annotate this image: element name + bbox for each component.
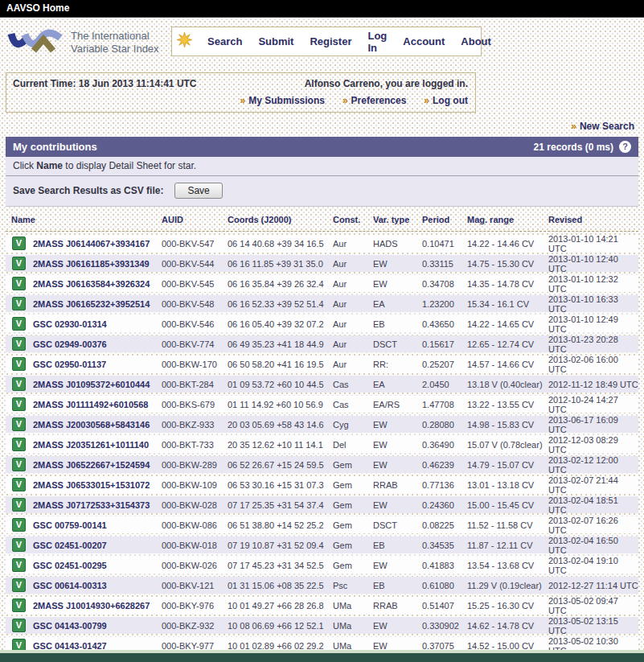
var-type-cell: EW [373,440,422,450]
period-cell: 0.43650 [422,319,467,329]
nav-item-register[interactable]: Register [301,35,359,47]
hint-suffix: to display Detail Sheet for star. [63,160,196,171]
star-name-link[interactable]: GSC 02451-00295 [33,561,162,570]
star-name-link[interactable]: GSC 00614-00313 [33,581,162,590]
star-name-link[interactable]: GSC 02451-00207 [33,541,162,550]
var-type-cell: EW [373,460,422,470]
mag-range-cell: 14.22 - 14.65 CV [467,319,548,329]
revised-cell: 2013-02-04 16:50 UTC [548,536,638,555]
period-cell: 2.0450 [422,380,467,389]
save-csv-button[interactable]: Save [174,183,222,199]
table-row: VGSC 02930-01314000-BKV-54606 16 05.40 +… [6,315,638,332]
var-type-cell: DSCT [373,339,422,349]
variable-flag-icon: V [12,277,26,290]
table-row: V2MASS J01111492+6010568000-BKS-67901 11… [6,396,638,413]
star-name-link[interactable]: 2MASS J01111492+6010568 [33,400,162,409]
period-cell: 0.34708 [422,279,467,289]
revised-cell: 2012-10-24 14:27 UTC [548,395,638,414]
auid-cell: 000-BKW-109 [162,480,228,490]
user-link-preferences[interactable]: »Preferences [343,95,406,106]
var-type-cell: EA [373,380,422,389]
nav-item-search[interactable]: Search [199,35,250,47]
table-row: V2MASS J06522667+1524594000-BKW-28906 52… [6,456,638,473]
mag-range-cell: 13.01 - 13.18 CV [467,480,548,490]
help-icon[interactable]: ? [619,141,631,153]
revised-cell: 2013-01-10 12:32 UTC [548,274,638,294]
user-link-my-submissions[interactable]: »My Submissions [240,95,325,106]
table-row: V2MASS J06165232+3952514000-BKV-54806 16… [6,295,638,312]
table-row: V2MASS J20030568+5843146000-BKZ-93320 03… [6,416,638,433]
revised-cell: 2013-06-17 16:09 UTC [548,415,638,434]
auid-cell: 000-BKT-733 [162,440,228,450]
period-cell: 1.23200 [422,299,467,309]
table-row: VGSC 00759-00141000-BKW-08606 51 38.80 +… [6,516,638,533]
star-name-link[interactable]: 2MASS J20351261+1011140 [33,440,162,450]
auid-cell: 000-BKT-284 [162,380,228,389]
variable-flag-icon: V [12,538,26,552]
star-name-link[interactable]: GSC 04143-01427 [33,641,162,651]
star-name-link[interactable]: 2MASS J06161185+3931349 [33,259,162,269]
var-type-cell: DSCT [373,520,422,530]
star-name-link[interactable]: 2MASS J20030568+5843146 [33,420,162,430]
auid-cell: 000-BKV-547 [162,239,228,249]
variable-flag-icon: V [12,417,26,431]
star-name-link[interactable]: GSC 04143-00799 [33,621,162,631]
star-name-link[interactable]: 2MASS J06165232+3952514 [33,299,162,309]
chevron-icon: » [424,95,429,106]
coords-cell: 06 16 05.40 +39 32 07.2 [228,319,333,329]
nav-item-submit[interactable]: Submit [250,35,301,47]
variable-flag-icon: V [12,619,26,632]
period-cell: 0.33115 [422,259,467,269]
star-name-link[interactable]: 2MASS J06163584+3926324 [33,279,162,289]
constellation-cell: Aur [333,299,373,309]
mag-range-cell: 15.00 - 15.45 CV [467,500,548,510]
vsx-logo-icon[interactable] [6,27,64,58]
star-name-link[interactable]: 2MASS J06144067+3934167 [33,239,162,249]
new-search-row: »New Search [0,113,644,137]
constellation-cell: Cyg [333,420,373,430]
constellation-cell: UMa [333,641,373,651]
variable-flag-icon: V [12,558,26,572]
var-type-cell: EB [373,581,422,590]
var-type-cell: EA/RS [373,400,422,409]
star-name-link[interactable]: GSC 00759-00141 [33,520,162,530]
star-burst-icon [176,31,193,51]
star-name-link[interactable]: GSC 02949-00376 [33,339,162,349]
constellation-cell: Gem [333,480,373,490]
results-panel: My contributions 21 records (0 ms) ? Cli… [6,137,638,654]
star-name-link[interactable]: 2MASS J10014930+6628267 [33,601,162,611]
coords-cell: 06 16 35.84 +39 26 32.4 [228,279,333,289]
star-name-link[interactable]: GSC 02930-01314 [33,319,162,329]
mag-range-cell: 11.52 - 11.58 CV [467,520,548,530]
results-table-body: V2MASS J06144067+3934167000-BKV-54706 14… [6,235,638,654]
revised-cell: 2012-11-12 18:49 UTC [548,380,638,389]
auid-cell: 000-BKZ-932 [162,621,228,631]
var-type-cell: RR: [373,360,422,369]
star-name-link[interactable]: 2MASS J01095372+6010444 [33,380,162,389]
nav-item-about[interactable]: About [453,35,499,47]
star-name-link[interactable]: 2MASS J06522667+1524594 [33,460,162,470]
constellation-cell: Gem [333,561,373,570]
table-row: V2MASS J07172533+3154373000-BKW-02807 17… [6,496,638,513]
coords-cell: 10 01 02.89 +66 02 29.2 [228,641,333,651]
star-name-link[interactable]: 2MASS J07172533+3154373 [33,500,162,510]
var-type-cell: EA [373,299,422,309]
mag-range-cell: 15.07 V (0.78clear) [467,440,548,450]
star-name-link[interactable]: GSC 02950-01137 [33,360,162,369]
auid-cell: 000-BKY-977 [162,641,228,651]
nav-item-account[interactable]: Account [395,35,453,47]
coords-cell: 06 14 40.68 +39 34 16.5 [228,239,333,249]
coords-cell: 01 31 15.06 +08 35 22.5 [228,581,333,590]
table-row: VGSC 00614-00313000-BKV-12101 31 15.06 +… [6,577,638,594]
coords-cell: 06 50 58.20 +41 16 19.5 [228,360,333,369]
period-cell: 0.08225 [422,520,467,530]
table-row: VGSC 02451-00295000-BKW-02607 17 45.23 +… [6,557,638,574]
mag-range-cell: 13.18 V (0.40clear) [467,380,548,389]
revised-cell: 2013-01-10 16:33 UTC [548,294,638,314]
nav-item-log-in[interactable]: Log In [359,30,395,54]
new-search-link[interactable]: New Search [580,121,634,132]
mag-range-cell: 12.65 - 12.74 CV [467,339,548,349]
star-name-link[interactable]: 2MASS J06533015+1531072 [33,480,162,490]
auid-cell: 000-BKW-018 [162,541,228,550]
user-link-log-out[interactable]: »Log out [424,95,468,106]
